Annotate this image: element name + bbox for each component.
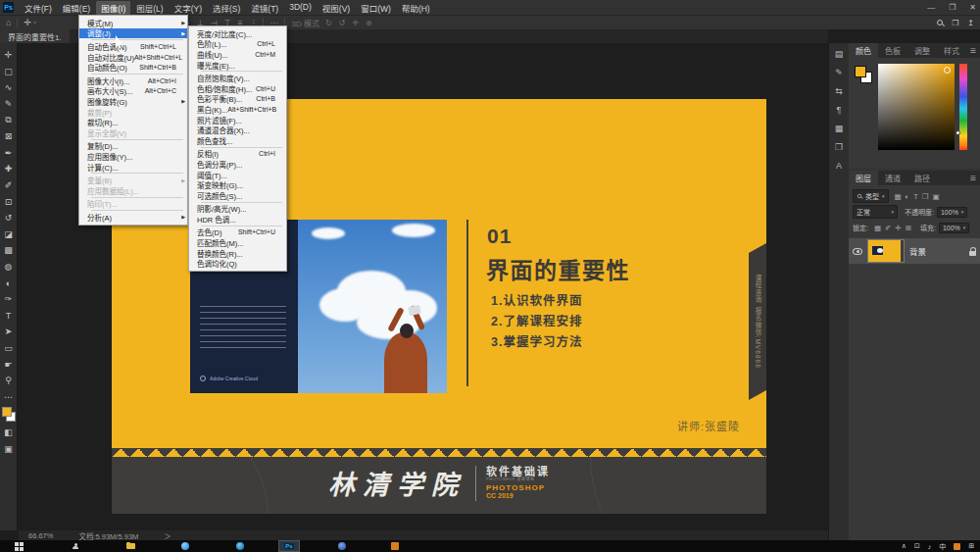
filter-type-icon[interactable]: T	[913, 192, 918, 201]
hue-slider[interactable]	[959, 64, 967, 150]
taskbar-edge-icon[interactable]	[229, 540, 251, 552]
menu-item[interactable]: 画布大小(S)... Alt+Ctrl+C	[79, 86, 187, 97]
zoom-tool[interactable]: ⚲	[1, 373, 17, 389]
menu-item[interactable]: 调整(J) ▶	[79, 28, 187, 39]
start-button[interactable]	[8, 540, 29, 552]
menu-item[interactable]: 曲线(U)... Ctrl+M	[189, 49, 286, 60]
workspace-switcher-icon[interactable]: ❒	[952, 19, 958, 27]
panel-tab[interactable]: 调整	[907, 43, 937, 58]
clone-stamp-tool[interactable]: ⊡	[1, 193, 17, 210]
layer-visibility-icon[interactable]	[853, 248, 862, 255]
info-panel-icon[interactable]: ▦	[835, 124, 844, 133]
gradient-tool[interactable]: ▩	[1, 242, 17, 259]
share-icon[interactable]: ↥	[967, 19, 974, 27]
healing-brush-tool[interactable]: ✚	[1, 161, 17, 177]
menubar-item[interactable]: 图层(L)	[131, 1, 168, 15]
tray-app-orange-icon[interactable]	[954, 543, 960, 550]
shape-tool[interactable]: ▭	[1, 340, 17, 357]
menu-item[interactable]: 曝光度(E)...	[189, 60, 286, 71]
home-icon[interactable]: ⌂	[6, 18, 11, 27]
menu-item[interactable]: 色调均化(Q)	[189, 258, 286, 269]
menu-item[interactable]: 应用数据组(L)...	[79, 185, 187, 196]
status-chevron-icon[interactable]: ＞	[164, 530, 172, 541]
properties-panel-icon[interactable]: ❐	[835, 142, 843, 152]
menu-item[interactable]: 亮度/对比度(C)...	[189, 28, 286, 39]
panel-tab[interactable]: 路径	[907, 171, 937, 185]
search-icon[interactable]	[937, 20, 943, 25]
taskbar-app-orange-icon[interactable]	[384, 540, 406, 552]
dodge-tool[interactable]: ◐	[1, 275, 17, 291]
zoom-level[interactable]: 66.67%	[28, 531, 53, 540]
taskbar-app-blue-icon[interactable]	[331, 540, 353, 552]
document-tab[interactable]: 界面的重要性1.	[0, 29, 70, 43]
menu-item[interactable]: 裁切(R)...	[79, 117, 187, 127]
menubar-item[interactable]: 3D(D)	[284, 1, 317, 15]
menu-item[interactable]: 渐变映射(G)...	[189, 179, 286, 190]
photoshop-logo-icon[interactable]: Ps	[3, 2, 14, 13]
hand-tool[interactable]: ☛	[1, 356, 17, 373]
close-button[interactable]: ✕	[969, 3, 976, 12]
menubar-item[interactable]: 视图(V)	[318, 1, 355, 15]
menu-item[interactable]: 自动对比度(U) Alt+Shift+Ctrl+L	[79, 52, 187, 63]
menu-item[interactable]: 计算(C)...	[79, 162, 187, 173]
layer-row-background[interactable]: 背景	[849, 238, 980, 264]
eyedropper-tool[interactable]: ✒	[1, 145, 17, 162]
panel-menu-icon[interactable]: ☰	[970, 175, 976, 182]
menu-item[interactable]: 自然饱和度(V)...	[189, 73, 286, 83]
panel-tab[interactable]: 颜色	[849, 43, 878, 58]
menu-item[interactable]: 阴影/高光(W)...	[189, 204, 286, 215]
quick-selection-tool[interactable]: ✎	[1, 96, 17, 113]
3d-roll-icon[interactable]: ↺	[339, 19, 346, 27]
tray-display-icon[interactable]: ⊡	[914, 542, 920, 550]
menu-item[interactable]: 去色(D) Shift+Ctrl+U	[189, 227, 286, 238]
tray-ime-indicator[interactable]: 中	[939, 541, 946, 551]
panel-tab[interactable]: 样式	[937, 43, 966, 58]
layer-lock-icon[interactable]	[969, 251, 976, 256]
edit-toolbar[interactable]: ⋯	[1, 388, 17, 405]
history-brush-tool[interactable]: ↺	[1, 210, 17, 226]
blend-mode-select[interactable]: 正常▾	[853, 205, 898, 219]
panel-tab[interactable]: 色板	[878, 43, 907, 58]
menu-item[interactable]: 色彩平衡(B)... Ctrl+B	[189, 94, 286, 105]
lasso-tool[interactable]: ∿	[1, 79, 17, 96]
tray-notes-icon[interactable]: ⊞	[968, 542, 974, 550]
menu-item[interactable]: 通道混合器(X)...	[189, 125, 286, 135]
pen-tool[interactable]: ✑	[1, 291, 17, 308]
menu-item[interactable]: 陷印(T)...	[79, 199, 187, 210]
character-panel-icon[interactable]: A	[836, 161, 842, 171]
restore-button[interactable]: ❐	[949, 3, 956, 12]
screen-mode-icon[interactable]: ▣	[1, 441, 17, 458]
menu-item[interactable]: 裁剪(P)	[79, 107, 187, 118]
menu-item[interactable]: 照片滤镜(F)...	[189, 115, 286, 125]
taskbar-explorer-icon[interactable]	[120, 540, 141, 552]
menu-item[interactable]: 显示全部(V)	[79, 127, 187, 138]
taskbar-photoshop-icon[interactable]: Ps	[278, 540, 300, 552]
move-tool-icon[interactable]: ✛	[24, 18, 31, 27]
panel-menu-icon[interactable]: ☰	[970, 47, 976, 55]
menu-item[interactable]: 色调分离(P)...	[189, 159, 286, 170]
menubar-item[interactable]: 文件(F)	[20, 1, 57, 15]
history-panel-icon[interactable]: ⇆	[835, 86, 843, 96]
move-tool[interactable]: ✛	[1, 47, 17, 64]
tray-volume-icon[interactable]: ♪	[928, 543, 932, 550]
filter-shape-icon[interactable]: ❒	[922, 192, 929, 201]
marquee-tool[interactable]: ▢	[1, 64, 17, 80]
path-selection-tool[interactable]: ➤	[1, 324, 17, 340]
filter-pixel-icon[interactable]: ▦	[895, 192, 902, 201]
menubar-item[interactable]: 文字(Y)	[170, 1, 207, 15]
menu-item[interactable]: 自动色调(N) Shift+Ctrl+L	[79, 41, 187, 52]
menubar-item[interactable]: 图像(I)	[96, 1, 130, 15]
menu-item[interactable]: 色阶(L)... Ctrl+L	[189, 39, 286, 50]
taskbar-browser-icon[interactable]	[174, 540, 196, 552]
saturation-brightness-field[interactable]	[878, 64, 955, 150]
menu-item[interactable]: 色相/饱和度(H)... Ctrl+U	[189, 83, 286, 94]
3d-drag-icon[interactable]: ✛	[352, 19, 359, 27]
lock-position-icon[interactable]: ✛	[895, 224, 901, 232]
menu-item[interactable]: 图像大小(I)... Alt+Ctrl+I	[79, 75, 187, 86]
menu-item[interactable]: 阈值(T)...	[189, 170, 286, 180]
menubar-item[interactable]: 编辑(E)	[58, 1, 95, 15]
brush-settings-panel-icon[interactable]: ✎	[835, 68, 843, 77]
eraser-tool[interactable]: ◪	[1, 226, 17, 243]
tray-expand-icon[interactable]: ∧	[902, 542, 906, 550]
quick-mask-icon[interactable]: ◧	[1, 425, 17, 441]
